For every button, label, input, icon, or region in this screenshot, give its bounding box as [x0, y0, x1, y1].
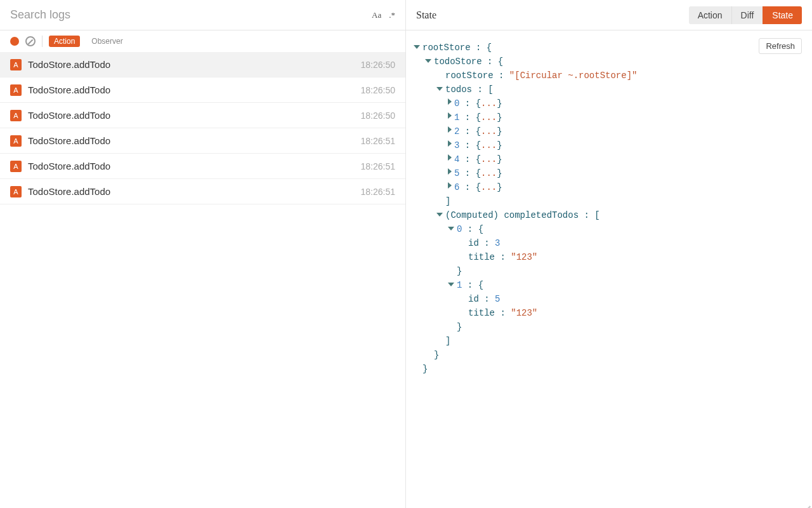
filter-chip-action[interactable]: Action [49, 36, 80, 47]
tab-state[interactable]: State [763, 6, 802, 24]
tab-action[interactable]: Action [689, 6, 731, 24]
caret-down-icon[interactable] [448, 283, 454, 286]
caret-down-icon[interactable] [436, 87, 443, 91]
resize-handle-icon[interactable] [803, 499, 811, 507]
caret-right-icon[interactable] [448, 154, 452, 161]
caret-down-icon[interactable] [414, 45, 420, 49]
caret-right-icon[interactable] [448, 168, 452, 175]
log-row[interactable]: ATodoStore.addTodo18:26:51 [0, 154, 405, 179]
log-timestamp: 18:26:51 [361, 136, 396, 146]
log-row[interactable]: ATodoStore.addTodo18:26:51 [0, 179, 405, 204]
action-badge-icon: A [10, 110, 22, 121]
log-timestamp: 18:26:50 [361, 85, 396, 95]
record-icon[interactable] [10, 37, 19, 46]
panel-title: State [416, 10, 436, 21]
caret-right-icon[interactable] [448, 112, 452, 119]
match-case-toggle[interactable]: Aa [372, 10, 381, 20]
divider [42, 36, 43, 47]
action-badge-icon: A [10, 186, 22, 197]
caret-down-icon[interactable] [425, 59, 431, 63]
log-name: TodoStore.addTodo [28, 186, 361, 197]
log-name: TodoStore.addTodo [28, 59, 361, 70]
log-row[interactable]: ATodoStore.addTodo18:26:50 [0, 103, 405, 128]
log-name: TodoStore.addTodo [28, 161, 361, 171]
caret-down-icon[interactable] [436, 213, 443, 217]
caret-down-icon[interactable] [448, 227, 454, 231]
action-badge-icon: A [10, 59, 22, 70]
state-tree: rootStore : {todoStore : {rootStore : "[… [406, 30, 812, 508]
log-timestamp: 18:26:51 [361, 161, 396, 171]
log-name: TodoStore.addTodo [28, 110, 361, 121]
tab-diff[interactable]: Diff [731, 6, 763, 24]
search-input[interactable] [10, 8, 372, 22]
view-tabs: Action Diff State [689, 6, 802, 24]
caret-right-icon[interactable] [448, 126, 452, 133]
clear-icon[interactable] [25, 36, 36, 46]
caret-right-icon[interactable] [448, 140, 452, 147]
log-name: TodoStore.addTodo [28, 135, 361, 146]
action-badge-icon: A [10, 135, 22, 147]
log-name: TodoStore.addTodo [28, 84, 361, 95]
log-row[interactable]: ATodoStore.addTodo18:26:50 [0, 77, 405, 103]
log-timestamp: 18:26:50 [361, 110, 396, 121]
log-row[interactable]: ATodoStore.addTodo18:26:51 [0, 128, 405, 154]
action-badge-icon: A [10, 161, 22, 172]
caret-right-icon[interactable] [448, 182, 452, 189]
action-badge-icon: A [10, 84, 22, 96]
log-timestamp: 18:26:51 [361, 187, 396, 197]
log-row[interactable]: ATodoStore.addTodo18:26:50 [0, 52, 405, 77]
filter-chip-observer[interactable]: Observer [86, 36, 128, 47]
caret-right-icon[interactable] [448, 98, 452, 105]
regex-toggle[interactable]: .* [389, 10, 395, 20]
log-list: ATodoStore.addTodo18:26:50ATodoStore.add… [0, 52, 405, 508]
log-timestamp: 18:26:50 [361, 60, 396, 70]
